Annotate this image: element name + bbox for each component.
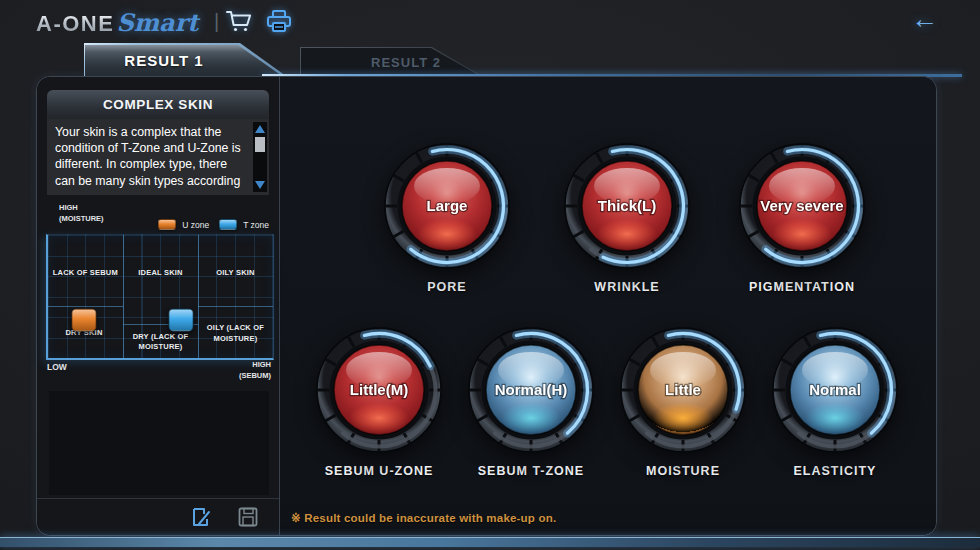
legend-swatch-t-zone bbox=[219, 219, 237, 230]
gauge-sebum-t-zone-dial: Normal(H) bbox=[461, 320, 601, 460]
print-button[interactable] bbox=[264, 8, 294, 35]
edit-button[interactable] bbox=[189, 505, 213, 529]
chart-legend: U zone T zone bbox=[158, 219, 273, 230]
gauge-sebum-u-zone-label: SEBUM U-ZONE bbox=[304, 464, 454, 478]
gauge-wrinkle-value: Thick(L) bbox=[598, 197, 656, 214]
printer-icon bbox=[264, 8, 294, 35]
brand-logo: A-ONE Smart bbox=[36, 8, 198, 37]
gauge-elasticity-label: ELASTICITY bbox=[760, 464, 910, 478]
gauge-moisture-dial: Little bbox=[613, 320, 753, 460]
gauge-elasticity-value: Normal bbox=[809, 381, 861, 398]
gauge-moisture-label: MOISTURE bbox=[608, 464, 758, 478]
brand-script-text: Smart bbox=[116, 8, 198, 37]
region-dry-lack-moisture: DRY (LACK OF MOISTURE) bbox=[123, 332, 197, 352]
notes-empty-area bbox=[49, 391, 269, 495]
back-button[interactable]: ← bbox=[911, 6, 938, 33]
gauge-pore-value: Large bbox=[427, 197, 468, 214]
tab-result-2-label: RESULT 2 bbox=[301, 55, 481, 70]
gauge-wrinkle[interactable]: Thick(L)WRINKLE bbox=[552, 136, 702, 294]
gauge-pore-label: PORE bbox=[372, 280, 522, 294]
region-divider-h-right bbox=[198, 306, 273, 307]
gauge-wrinkle-label: WRINKLE bbox=[552, 280, 702, 294]
tab-result-2[interactable]: RESULT 2 bbox=[300, 47, 482, 76]
scroll-down-icon[interactable] bbox=[255, 181, 265, 189]
region-ideal-skin: IDEAL SKIN bbox=[123, 268, 197, 278]
gauge-moisture-value: Little bbox=[665, 381, 701, 398]
skin-type-chart: HIGH (MOISTURE) U zone T zone LACK OF SE… bbox=[37, 199, 279, 385]
region-divider-h-left bbox=[48, 306, 123, 307]
scrollbar-thumb[interactable] bbox=[255, 137, 265, 152]
cart-button[interactable] bbox=[224, 8, 254, 34]
x-axis-low-label: LOW bbox=[47, 362, 67, 372]
bottom-accent-band bbox=[0, 537, 980, 547]
tab-result-1-label: RESULT 1 bbox=[85, 52, 243, 69]
region-oily-skin: OILY SKIN bbox=[198, 268, 272, 278]
skin-summary-panel: COMPLEX SKIN Your skin is a complex that… bbox=[37, 77, 280, 535]
region-lack-of-sebum: LACK OF SEBUM bbox=[48, 268, 122, 278]
gauge-sebum-t-zone-value: Normal(H) bbox=[495, 381, 568, 398]
gauge-sebum-u-zone-value: Little(M) bbox=[350, 381, 408, 398]
gauge-elasticity[interactable]: NormalELASTICITY bbox=[760, 320, 910, 478]
scroll-up-icon[interactable] bbox=[255, 125, 265, 133]
brand-text: A-ONE bbox=[36, 11, 114, 37]
gauge-elasticity-dial: Normal bbox=[765, 320, 905, 460]
skin-description-text: Your skin is a complex that the conditio… bbox=[55, 125, 241, 188]
gauge-moisture[interactable]: LittleMOISTURE bbox=[608, 320, 758, 478]
gauge-pigmentation-label: PIGMENTATION bbox=[727, 280, 877, 294]
legend-swatch-u-zone bbox=[158, 219, 176, 230]
gauge-pigmentation[interactable]: Very severePIGMENTATION bbox=[727, 136, 877, 294]
skin-description-box: Your skin is a complex that the conditio… bbox=[47, 119, 269, 195]
gauge-pigmentation-dial: Very severe bbox=[732, 136, 872, 276]
legend-label-u-zone: U zone bbox=[182, 220, 209, 230]
makeup-warning-note: ※ Result could be inaccurate with make-u… bbox=[291, 511, 556, 525]
skin-type-title: COMPLEX SKIN bbox=[47, 90, 269, 119]
header-divider: | bbox=[214, 10, 219, 33]
result-frame: COMPLEX SKIN Your skin is a complex that… bbox=[36, 76, 937, 536]
chart-plot-area: LACK OF SEBUM IDEAL SKIN OILY SKIN DRY S… bbox=[46, 234, 274, 360]
gauge-pigmentation-value: Very severe bbox=[760, 197, 843, 214]
legend-label-t-zone: T zone bbox=[243, 220, 269, 230]
chart-marker-t-zone bbox=[168, 308, 193, 331]
gauge-sebum-u-zone[interactable]: Little(M)SEBUM U-ZONE bbox=[304, 320, 454, 478]
gauge-sebum-t-zone[interactable]: Normal(H)SEBUM T-ZONE bbox=[456, 320, 606, 478]
panel-footer bbox=[37, 498, 279, 535]
chart-marker-u-zone bbox=[72, 308, 97, 331]
description-scrollbar[interactable] bbox=[253, 122, 267, 192]
y-axis-high-label: HIGH (MOISTURE) bbox=[59, 202, 104, 225]
region-oily-lack-moisture: OILY (LACK OF MOISTURE) bbox=[198, 323, 272, 343]
header: A-ONE Smart | ← bbox=[0, 0, 980, 46]
gauge-pore[interactable]: LargePORE bbox=[372, 136, 522, 294]
gauge-sebum-u-zone-dial: Little(M) bbox=[309, 320, 449, 460]
save-button[interactable] bbox=[237, 506, 259, 528]
tab-result-1[interactable]: RESULT 1 bbox=[84, 43, 286, 76]
gauge-wrinkle-dial: Thick(L) bbox=[557, 136, 697, 276]
gauge-sebum-t-zone-label: SEBUM T-ZONE bbox=[456, 464, 606, 478]
cart-icon bbox=[224, 8, 254, 34]
gauge-pore-dial: Large bbox=[377, 136, 517, 276]
x-axis-high-label: HIGH (SEBUM) bbox=[239, 359, 271, 382]
